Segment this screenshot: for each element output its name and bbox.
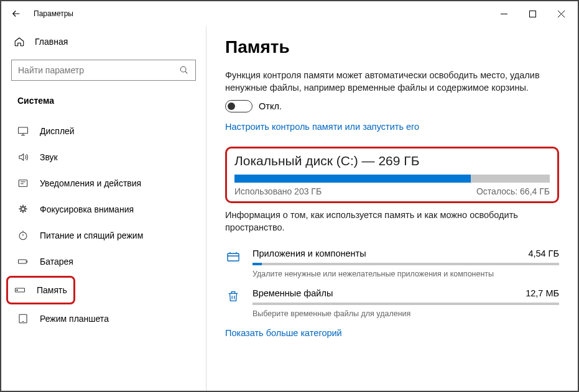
back-button[interactable] (4, 1, 29, 26)
storage-icon (14, 285, 25, 296)
svg-rect-5 (19, 260, 27, 263)
focus-icon (17, 204, 29, 215)
sidebar-item-label: Фокусировка внимания (40, 204, 134, 214)
home-nav[interactable]: Главная (6, 31, 201, 52)
storage-info-text: Информация о том, как используется памят… (225, 209, 549, 234)
sidebar-item-battery[interactable]: Батарея (6, 248, 201, 275)
section-title: Система (6, 92, 201, 118)
search-icon (179, 65, 189, 75)
tablet-icon (17, 313, 29, 324)
home-icon (14, 36, 25, 47)
notifications-icon (17, 178, 29, 189)
home-label: Главная (35, 37, 68, 47)
sidebar-item-power[interactable]: Питание и спящий режим (6, 222, 201, 248)
svg-point-7 (17, 289, 18, 291)
svg-rect-3 (19, 180, 27, 187)
apps-icon (225, 248, 241, 278)
sidebar-item-label: Батарея (40, 257, 73, 267)
sidebar-item-label[interactable]: Память (37, 279, 67, 301)
minimize-button[interactable] (489, 4, 518, 24)
power-icon (17, 230, 29, 241)
svg-rect-0 (529, 11, 535, 17)
storage-sense-description: Функция контроля памяти может автоматиче… (225, 70, 549, 94)
configure-link[interactable]: Настроить контроль памяти или запустить … (225, 122, 419, 132)
sidebar-item-tablet[interactable]: Режим планшета (6, 306, 201, 332)
page-title: Память (225, 37, 559, 57)
category-bar (252, 303, 559, 305)
sidebar-item-label: Звук (40, 152, 58, 162)
svg-rect-2 (19, 127, 28, 134)
maximize-button[interactable] (518, 4, 547, 24)
sidebar-item-sound[interactable]: Звук (6, 144, 201, 170)
disk-left-label: Осталось: 66,4 ГБ (476, 186, 550, 196)
sidebar-item-display[interactable]: Дисплей (6, 118, 201, 144)
battery-icon (17, 256, 29, 267)
more-categories-link[interactable]: Показать больше категорий (225, 328, 342, 338)
disk-used-label: Использовано 203 ГБ (234, 186, 322, 196)
disk-usage-fill (234, 175, 471, 183)
sidebar-item-focus[interactable]: Фокусировка внимания (6, 196, 201, 222)
search-input[interactable] (18, 65, 179, 75)
sound-icon (17, 152, 29, 163)
category-size: 4,54 ГБ (528, 248, 559, 258)
sidebar-highlight: Память (6, 276, 75, 304)
trash-icon (225, 288, 241, 318)
toggle-label: Откл. (259, 101, 282, 111)
category-desc: Удалите ненужные или нежелательные прило… (252, 270, 559, 278)
category-temp[interactable]: Временные файлы 12,7 МБ Выберите временн… (225, 285, 559, 324)
disk-title: Локальный диск (C:) — 269 ГБ (234, 153, 550, 168)
storage-sense-toggle[interactable] (225, 100, 252, 112)
display-icon (17, 125, 29, 137)
category-desc: Выберите временные файлы для удаления (252, 309, 559, 318)
window-title: Параметры (34, 9, 73, 18)
sidebar-item-label: Уведомления и действия (40, 178, 141, 188)
disk-summary: Локальный диск (C:) — 269 ГБ Использован… (225, 147, 559, 203)
category-apps[interactable]: Приложения и компоненты 4,54 ГБ Удалите … (225, 245, 559, 285)
sidebar-item-label: Питание и спящий режим (40, 230, 143, 240)
category-name: Временные файлы (252, 288, 333, 298)
svg-point-1 (180, 66, 186, 72)
svg-rect-9 (228, 253, 239, 261)
disk-usage-bar (234, 175, 550, 183)
category-bar (252, 263, 559, 265)
category-size: 12,7 МБ (526, 288, 559, 298)
close-button[interactable] (547, 4, 575, 24)
sidebar-item-label: Режим планшета (40, 314, 109, 324)
category-name: Приложения и компоненты (252, 248, 366, 258)
search-box[interactable] (11, 60, 196, 81)
sidebar-item-notifications[interactable]: Уведомления и действия (6, 170, 201, 196)
sidebar-item-label: Дисплей (40, 126, 75, 136)
